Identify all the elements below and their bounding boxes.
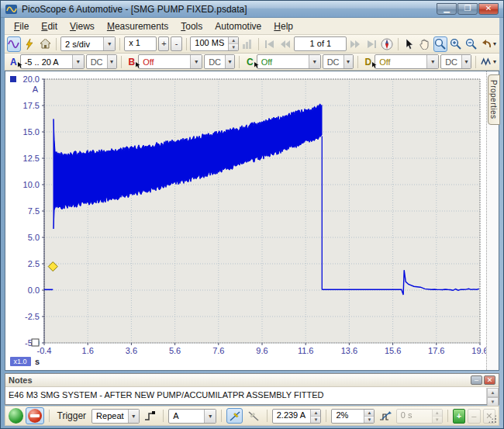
chevron-down-icon[interactable]: ▾ (128, 410, 140, 423)
buffer-indicator[interactable]: 1 of 1 (294, 36, 347, 51)
add-measurement-button[interactable]: + (453, 409, 465, 424)
trigger-level-spinner[interactable]: 2.239 A ▲▼ (272, 409, 322, 424)
channel-D-coupling-select[interactable]: DC▾ (440, 54, 471, 69)
trigger-mode-select[interactable]: Repeat ▾ (91, 409, 140, 424)
arrow-down-icon[interactable]: ▼ (311, 416, 320, 423)
window-title: PicoScope 6 Automotive - [SMG PUMP FIXED… (22, 4, 437, 15)
chevron-down-icon[interactable]: ▾ (72, 55, 84, 68)
timebase-select[interactable]: 2 s/div ▾ (60, 36, 116, 51)
notes-close-button[interactable]: ✕ (484, 375, 495, 385)
chevron-down-icon[interactable]: ▾ (103, 37, 115, 50)
title-bar[interactable]: PicoScope 6 Automotive - [SMG PUMP FIXED… (1, 1, 503, 18)
zoom-increase-button[interactable]: + (158, 36, 169, 51)
zoom-in-button[interactable] (449, 36, 463, 52)
restore-button[interactable]: ❐ (457, 3, 478, 15)
pointer-tool-button[interactable] (402, 36, 416, 52)
chevron-down-icon[interactable]: ▾ (493, 58, 496, 65)
chevron-down-icon[interactable]: ▾ (493, 40, 496, 47)
menu-bar: FileEditViewsMeasurementsToolsAutomotive… (5, 18, 499, 35)
waveform-chart[interactable]: 20.017.515.012.510.07.55.02.50.0-2.5-5.0… (5, 71, 486, 368)
channel-A-range-select[interactable]: -5 .. 20 A▾ (20, 54, 85, 69)
menu-measurements[interactable]: Measurements (101, 19, 174, 34)
tab-properties[interactable]: Properties (488, 74, 500, 125)
scope-plot-area[interactable]: 20.017.515.012.510.07.55.02.50.0-2.5-5.0… (5, 71, 486, 370)
arrow-down-icon[interactable]: ▼ (229, 43, 238, 50)
buffer-navigator-button[interactable] (380, 36, 394, 52)
home-settings-button[interactable] (38, 36, 52, 52)
trigger-source-select[interactable]: A ▾ (168, 409, 216, 424)
falling-edge-button[interactable] (245, 408, 261, 424)
menu-views[interactable]: Views (64, 19, 101, 34)
x-tick-label: -0.4 (37, 346, 52, 355)
edit-measurement-button: – (468, 409, 480, 424)
chevron-down-icon[interactable]: ▾ (107, 55, 116, 68)
channel-A-coupling-select[interactable]: DC▾ (86, 54, 117, 69)
start-capture-button[interactable] (9, 408, 23, 424)
pre-trigger-spinner[interactable]: 2% ▲▼ (331, 409, 375, 424)
menu-automotive[interactable]: Automotive (209, 19, 268, 34)
hand-tool-button[interactable] (418, 36, 432, 52)
notes-panel: Notes – ✕ E46 M3 SMG SYSTEM - AFTER NEW … (5, 373, 499, 405)
properties-panel-strip: Properties (486, 71, 499, 370)
notes-minimize-button[interactable]: – (471, 375, 482, 385)
separator (221, 410, 222, 422)
zoom-out-icon (465, 38, 477, 50)
scroll-up-icon[interactable]: ▲ (487, 388, 499, 397)
arrow-down-icon[interactable]: ▼ (364, 416, 374, 423)
spinner-arrows[interactable]: ▲▼ (364, 410, 374, 423)
menu-file[interactable]: File (8, 19, 35, 34)
channel-D-range-select[interactable]: Off▾ (375, 54, 439, 69)
channel-B-label[interactable]: B (129, 57, 136, 67)
chevron-down-icon[interactable]: ▾ (343, 55, 353, 68)
chevron-down-icon[interactable]: ▾ (309, 55, 320, 68)
x-tick-label: 17.6 (428, 346, 444, 355)
scope-view-button[interactable] (7, 36, 21, 52)
menu-edit[interactable]: Edit (35, 19, 64, 34)
arrow-down-icon: ▼ (433, 416, 442, 423)
minimize-button[interactable]: ▁ (437, 3, 457, 15)
x-tick-label: 15.6 (385, 346, 401, 355)
spinner-arrows[interactable]: ▲▼ (228, 37, 238, 50)
chevron-down-icon[interactable]: ▾ (461, 55, 471, 68)
main-toolbar: 2 s/div ▾ x 1 + - 100 MS ▲▼ 1 of 1 (5, 35, 499, 54)
channel-B-range-select[interactable]: Off▾ (138, 54, 202, 69)
rising-edge-button[interactable] (226, 408, 243, 424)
channel-A-label[interactable]: A (10, 57, 17, 67)
separator (119, 38, 120, 50)
channel-C-coupling-select[interactable]: DC▾ (323, 54, 354, 69)
axis-drag-handle (32, 339, 39, 346)
channel-B-coupling-select[interactable]: DC▾ (204, 54, 235, 69)
zoom-out-button[interactable] (464, 36, 478, 52)
arrow-up-icon[interactable]: ▲ (311, 410, 320, 416)
channel-D-label[interactable]: D (365, 57, 372, 67)
compass-icon (381, 38, 393, 50)
channel-C-range-value: Off (257, 57, 309, 67)
menu-help[interactable]: Help (268, 19, 299, 34)
advanced-trigger-button[interactable] (142, 408, 158, 424)
zoom-factor-field[interactable]: x 1 (124, 36, 157, 51)
channel-C-label[interactable]: C (247, 57, 254, 67)
zoom-decrease-button[interactable]: - (171, 36, 181, 51)
menu-tools[interactable]: Tools (174, 19, 209, 34)
undo-zoom-button[interactable]: ▾ (480, 36, 497, 52)
arrow-up-icon[interactable]: ▲ (229, 37, 238, 43)
stop-capture-button[interactable] (26, 407, 43, 424)
sample-count-spinner[interactable]: 100 MS ▲▼ (190, 36, 239, 51)
connect-device-button[interactable] (22, 36, 36, 52)
lightning-icon (25, 39, 34, 50)
arrow-up-icon[interactable]: ▲ (364, 410, 374, 416)
zoom-select-button[interactable] (433, 36, 447, 52)
spinner-arrows[interactable]: ▲▼ (310, 410, 320, 423)
separator (186, 38, 187, 50)
chevron-down-icon[interactable]: ▾ (204, 410, 216, 423)
waveform-generator-button[interactable]: ▾ (480, 54, 497, 70)
notes-input[interactable]: E46 M3 SMG SYSTEM - AFTER NEW PUMP/ACCUM… (5, 388, 487, 404)
magnifier-icon (434, 38, 446, 50)
channel-C-range-select[interactable]: Off▾ (257, 54, 321, 69)
chevron-down-icon[interactable]: ▾ (225, 55, 234, 68)
close-button[interactable]: ✕ (478, 3, 499, 15)
chevron-down-icon[interactable]: ▾ (190, 55, 202, 68)
post-trigger-arrow-button[interactable] (377, 408, 393, 424)
chevron-down-icon[interactable]: ▾ (426, 55, 438, 68)
notes-scrollbar[interactable]: ▲ ▼ (487, 388, 499, 404)
